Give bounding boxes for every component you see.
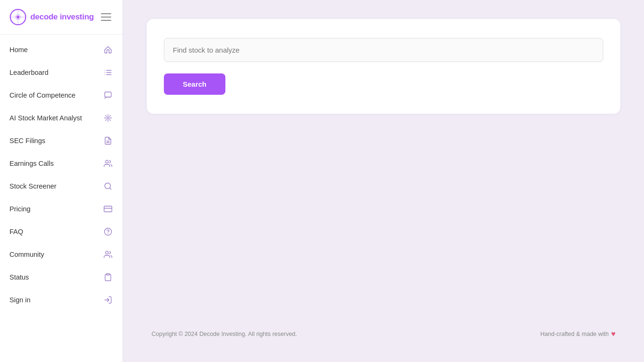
sidebar-item-sec-filings[interactable]: SEC Filings (0, 129, 123, 152)
clipboard-icon (103, 272, 113, 282)
sidebar-item-sign-in[interactable]: Sign in (0, 289, 123, 311)
sidebar-item-earnings-calls[interactable]: Earnings Calls (0, 152, 123, 175)
svg-line-17 (109, 188, 111, 189)
users-icon (103, 158, 113, 169)
svg-rect-23 (107, 274, 109, 275)
logo-icon (9, 9, 27, 26)
logo-text: decode investing (30, 12, 94, 22)
hamburger-button[interactable] (99, 11, 113, 23)
svg-rect-18 (104, 206, 112, 212)
search-input[interactable] (164, 38, 603, 62)
logo-area: decode investing (0, 0, 123, 35)
search-button[interactable]: Search (164, 73, 225, 95)
svg-point-15 (106, 160, 108, 163)
list-icon (103, 67, 113, 78)
sidebar-item-home[interactable]: Home (0, 38, 123, 61)
question-icon (103, 226, 113, 237)
sidebar-item-stock-screener[interactable]: Stock Screener (0, 175, 123, 198)
sidebar-item-pricing[interactable]: Pricing (0, 198, 123, 220)
search-input-wrapper (164, 38, 603, 62)
home-icon (103, 45, 113, 55)
creditcard-icon (103, 204, 113, 214)
svg-point-20 (105, 228, 112, 235)
footer-copyright: Copyright © 2024 Decode Investing. All r… (152, 331, 297, 337)
sidebar-item-ai-stock-market-analyst[interactable]: AI Stock Market Analyst (0, 107, 123, 129)
sparkle-icon (103, 113, 113, 123)
nav-menu: Home Leaderboard Circle of Competence AI… (0, 35, 123, 353)
sidebar-item-leaderboard[interactable]: Leaderboard (0, 61, 123, 84)
search-icon (103, 181, 113, 191)
main-content: Search Copyright © 2024 Decode Investing… (123, 0, 644, 362)
sidebar-item-faq[interactable]: FAQ (0, 220, 123, 243)
search-card: Search (147, 19, 620, 114)
signin-icon (103, 295, 113, 305)
sidebar-item-status[interactable]: Status (0, 266, 123, 289)
group-icon (103, 249, 113, 260)
svg-point-22 (106, 251, 108, 254)
heart-icon: ♥ (611, 330, 616, 338)
chat-icon (103, 90, 113, 100)
logo: decode investing (9, 9, 94, 26)
svg-point-12 (107, 117, 109, 119)
sidebar: decode investing Home Leaderboard Circle… (0, 0, 123, 362)
sidebar-item-community[interactable]: Community (0, 243, 123, 266)
footer-handcrafted: Hand-crafted & made with ♥ (540, 330, 616, 338)
sidebar-item-circle-of-competence[interactable]: Circle of Competence (0, 84, 123, 107)
page-footer: Copyright © 2024 Decode Investing. All r… (137, 320, 630, 343)
svg-rect-11 (105, 92, 111, 97)
document-icon (103, 136, 113, 146)
